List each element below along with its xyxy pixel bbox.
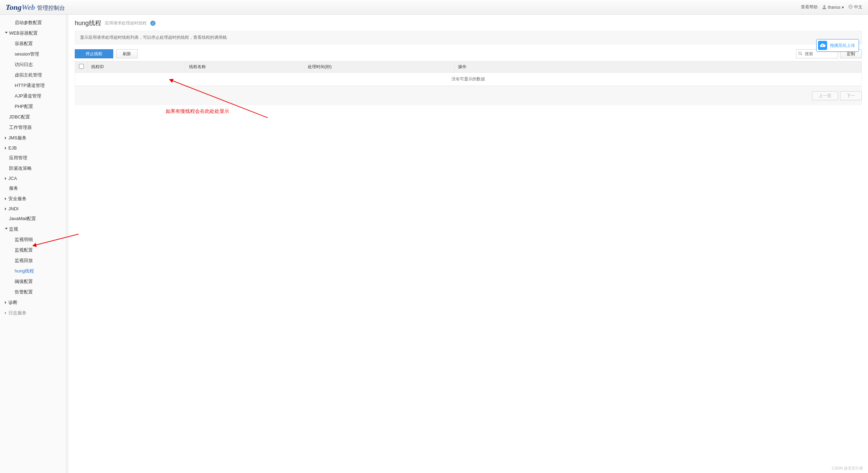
sidebar-item-15[interactable]: JCA xyxy=(0,174,66,183)
sidebar-item-17[interactable]: 安全服务 xyxy=(0,194,66,204)
sidebar[interactable]: 启动参数配置WEB容器配置容器配置session管理访问日志虚拟主机管理HTTP… xyxy=(0,15,66,473)
sidebar-item-label: hung线程 xyxy=(15,268,34,274)
page-subtitle: 应用请求处理超时线程 xyxy=(105,20,147,26)
sidebar-item-4[interactable]: 访问日志 xyxy=(0,59,66,70)
sidebar-item-6[interactable]: HTTP通道管理 xyxy=(0,80,66,91)
sidebar-item-label: AJP通道管理 xyxy=(15,93,41,99)
stop-thread-button[interactable]: 停止线程 xyxy=(75,49,113,58)
sidebar-item-27[interactable]: 诊断 xyxy=(0,297,66,308)
sidebar-item-label: 监视配置 xyxy=(15,247,33,253)
sidebar-item-label: EJB xyxy=(8,145,17,151)
topbar: TongWeb 管理控制台 查看帮助 thanos ▾ 中文 xyxy=(0,0,868,15)
prev-page-button[interactable]: 上一页 xyxy=(812,91,838,100)
col-time: 处理时间(秒) xyxy=(304,61,455,73)
sidebar-item-19[interactable]: JavaMail配置 xyxy=(0,213,66,224)
sidebar-item-label: session管理 xyxy=(15,51,39,57)
sidebar-item-label: 启动参数配置 xyxy=(15,20,42,26)
sidebar-item-label: 监视明细 xyxy=(15,236,33,243)
sidebar-item-1[interactable]: WEB容器配置 xyxy=(0,28,66,38)
sidebar-item-3[interactable]: session管理 xyxy=(0,49,66,59)
sidebar-item-24[interactable]: hung线程 xyxy=(0,266,66,276)
logo-text-1: Tong xyxy=(6,3,22,12)
col-thread-name: 线程名称 xyxy=(186,61,304,73)
sidebar-item-label: 安全服务 xyxy=(8,196,27,202)
sidebar-item-7[interactable]: AJP通道管理 xyxy=(0,91,66,101)
caret-icon xyxy=(5,301,6,304)
col-action: 操作 xyxy=(455,61,862,73)
info-icon[interactable]: i xyxy=(150,21,155,26)
search-icon xyxy=(798,51,803,56)
sidebar-item-label: 虚拟主机管理 xyxy=(15,72,42,78)
sidebar-item-10[interactable]: 工作管理器 xyxy=(0,122,66,133)
cloud-upload-icon xyxy=(818,41,827,50)
logo-text-2: Web xyxy=(22,3,35,12)
svg-line-5 xyxy=(801,54,802,55)
sidebar-item-18[interactable]: JNDI xyxy=(0,204,66,213)
annotation-text-main: 如果有慢线程会在此处处显示 xyxy=(166,108,229,115)
col-thread-id: 线程ID xyxy=(88,61,186,73)
thread-table: 线程ID 线程名称 处理时间(秒) 操作 没有可显示的数据 xyxy=(75,61,862,86)
caret-icon xyxy=(5,137,6,139)
sidebar-item-25[interactable]: 阈值配置 xyxy=(0,276,66,287)
sidebar-item-label: 告警配置 xyxy=(15,289,33,295)
sidebar-item-label: 阈值配置 xyxy=(15,278,33,285)
user-menu[interactable]: thanos ▾ xyxy=(822,5,844,10)
caret-icon xyxy=(5,32,8,35)
sidebar-item-5[interactable]: 虚拟主机管理 xyxy=(0,70,66,80)
sidebar-item-label: JDBC配置 xyxy=(9,114,30,120)
globe-icon xyxy=(848,4,853,9)
sidebar-item-label: WEB容器配置 xyxy=(9,30,38,36)
sidebar-item-label: 诊断 xyxy=(8,299,17,306)
main-content: hung线程 应用请求处理超时线程 i 显示应用请求处理超时线程列表，可以停止处… xyxy=(68,15,868,473)
sidebar-item-label: JNDI xyxy=(8,206,19,211)
pager: 上一页 下一 xyxy=(75,86,862,105)
sidebar-item-label: 监视回放 xyxy=(15,257,33,264)
sidebar-item-13[interactable]: 应用管理 xyxy=(0,153,66,163)
toolbar: 停止线程 刷新 定制 xyxy=(75,49,862,58)
sidebar-item-label: 日志服务 xyxy=(8,310,27,316)
sidebar-item-label: 防篡改策略 xyxy=(9,165,32,172)
sidebar-item-0[interactable]: 启动参数配置 xyxy=(0,17,66,28)
sidebar-item-8[interactable]: PHP配置 xyxy=(0,101,66,112)
refresh-button[interactable]: 刷新 xyxy=(116,49,138,58)
caret-icon xyxy=(5,147,6,150)
user-icon xyxy=(822,5,827,9)
sidebar-item-16[interactable]: 服务 xyxy=(0,183,66,194)
select-all-checkbox[interactable] xyxy=(79,64,84,69)
sidebar-item-11[interactable]: JMS服务 xyxy=(0,133,66,143)
sidebar-item-label: JavaMail配置 xyxy=(9,216,36,222)
caret-icon xyxy=(5,228,8,231)
sidebar-item-label: 服务 xyxy=(9,185,18,191)
sidebar-item-label: 工作管理器 xyxy=(9,124,32,131)
sidebar-item-20[interactable]: 监视 xyxy=(0,224,66,234)
topbar-right: 查看帮助 thanos ▾ 中文 xyxy=(801,4,862,10)
watermark: CSDN @无言行者 xyxy=(832,466,863,471)
sidebar-item-label: JCA xyxy=(8,176,17,181)
next-page-button[interactable]: 下一 xyxy=(840,91,862,100)
page-title: hung线程 xyxy=(75,19,101,27)
sidebar-item-23[interactable]: 监视回放 xyxy=(0,255,66,266)
sidebar-item-label: 应用管理 xyxy=(9,155,27,161)
help-link[interactable]: 查看帮助 xyxy=(801,4,818,10)
page-header: hung线程 应用请求处理超时线程 i xyxy=(75,19,862,27)
svg-point-0 xyxy=(823,5,825,7)
lang-switch[interactable]: 中文 xyxy=(848,4,862,10)
description-box: 显示应用请求处理超时线程列表，可以停止处理超时的线程，查看线程的调用栈 xyxy=(75,31,862,44)
lang-label: 中文 xyxy=(854,5,862,9)
upload-label: 拖拽至此上传 xyxy=(830,43,855,49)
sidebar-item-12[interactable]: EJB xyxy=(0,143,66,153)
sidebar-item-26[interactable]: 告警配置 xyxy=(0,287,66,297)
sidebar-item-label: 访问日志 xyxy=(15,61,33,68)
upload-widget[interactable]: 拖拽至此上传 xyxy=(816,39,859,52)
sidebar-item-21[interactable]: 监视明细 xyxy=(0,234,66,245)
sidebar-item-28[interactable]: 日志服务 xyxy=(0,308,66,318)
sidebar-item-14[interactable]: 防篡改策略 xyxy=(0,163,66,174)
sidebar-item-9[interactable]: JDBC配置 xyxy=(0,112,66,122)
logo: TongWeb 管理控制台 xyxy=(6,3,65,12)
caret-icon xyxy=(5,208,6,210)
sidebar-item-label: PHP配置 xyxy=(15,103,33,110)
caret-icon xyxy=(5,197,6,200)
sidebar-item-label: 监视 xyxy=(9,226,18,232)
sidebar-item-2[interactable]: 容器配置 xyxy=(0,38,66,49)
sidebar-item-22[interactable]: 监视配置 xyxy=(0,245,66,255)
